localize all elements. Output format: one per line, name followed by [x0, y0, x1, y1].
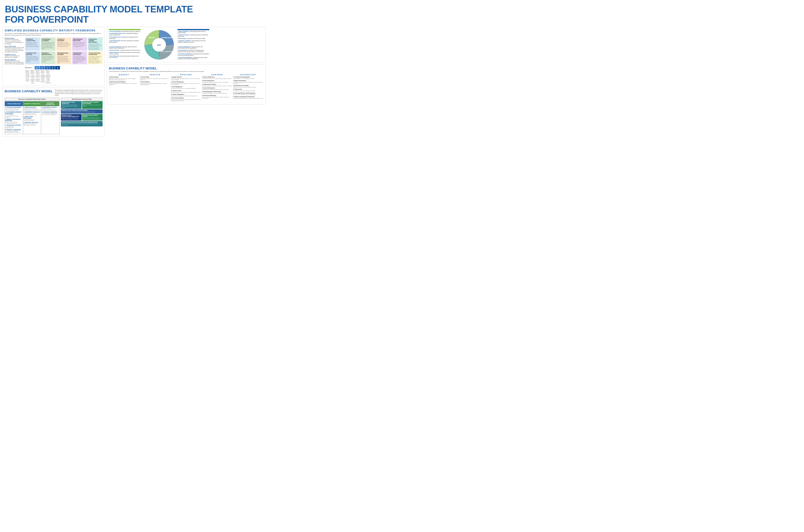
process-map-title: Brief Business Process Map — [61, 98, 102, 101]
procure-header: PROCURE — [171, 74, 201, 76]
framework-stages: STRATEGIC JUSTIFICATION In this section,… — [25, 38, 102, 84]
partner-header: PARTNER — [202, 74, 232, 76]
title-line2: for PowerPoint — [5, 15, 263, 25]
list-item: 7. INFORMATION TECHNOLOGY IT Infrastruct… — [24, 111, 41, 116]
svg-text:COLLABORATION: COLLABORATION — [161, 51, 173, 52]
process-stage-3: PROCESS STAGE 3 DESIGN AND DEVELOPMENT D… — [61, 109, 102, 114]
capability-columns: MARKET 1. Market Analysis: Assessing mar… — [109, 74, 263, 102]
list-item: Identifying Gaps: Pinpoints essential el… — [5, 38, 24, 44]
list-item: 2. Product Innovation: Creating new prod… — [177, 34, 209, 37]
list-item: 3. Collaborative Innovation: Working wit… — [202, 84, 232, 87]
list-item: 5. Technology Research and Development: … — [233, 93, 263, 95]
list-item: 1. Process Optimization: Streamlining op… — [109, 31, 141, 32]
left-column: SIMPLIFIED BUSINESS CAPABILITY MATURITY … — [2, 27, 105, 136]
bcm-right-section: BUSINESS CAPABILITY MODEL These tiles pr… — [107, 64, 265, 105]
list-item: 2. CUSTOMER RELATIONSHIP MANAGEMENT Cust… — [5, 111, 22, 118]
procure-col: PROCURE 1. Supplier Selection: Identifyi… — [171, 74, 201, 102]
technology-col: TECHNOLOGY 1. IT Infrastructure Manageme… — [233, 74, 263, 102]
maturity-label: MATURITY → — [25, 67, 34, 69]
list-item: 6. Software and Application Development:… — [233, 96, 263, 99]
partner-col: PARTNER 1. Partner Identification: Findi… — [202, 74, 232, 102]
list-item: 4. Cybersecurity: Protecting information… — [233, 89, 263, 91]
stage-box: CAPABILITY BLUEPRINT In this section, pr… — [56, 38, 71, 51]
col-header-enabling: ENABLING CAPABILITIES — [41, 101, 59, 106]
list-item: 2. Partner Networks: Building and mainta… — [177, 50, 209, 53]
list-item: 2. Digital Transformation: Leveraging te… — [233, 80, 263, 84]
list-item: 4. Inventory Control: Maintaining optima… — [171, 90, 201, 93]
list-item: 10. INNOVATION & GROWTH New Market Explo… — [42, 107, 59, 111]
list-item: 3. Financial Resources: Allocating and m… — [109, 37, 141, 39]
list-item: 3. PRODUCT AND SERVICES INNOVATION Resea… — [5, 119, 22, 125]
means-bar — [109, 29, 141, 30]
list-item: 4. Brand Reputation: Enhancing the publi… — [109, 56, 141, 58]
stage-box: CAPABILITY GAP ANALYSIS In this section,… — [25, 51, 40, 64]
knowledge-bar — [177, 29, 209, 30]
page-title: BUSINESS CAPABILITY MODEL TEMPLATE for P… — [5, 4, 263, 25]
list-item: 1. Internal Collaboration: Fostering tea… — [177, 46, 209, 49]
list-item: 2. Service Delivery: Implementing and ma… — [140, 81, 170, 85]
framework-diagram: 1. Process Optimization: Streamlining op… — [109, 29, 263, 61]
stage-box: IMPLEMENTATION ROADMAP In this section, … — [56, 51, 71, 64]
list-item: 5. Logistics Management: Planning and co… — [171, 94, 201, 96]
right-framework-section: 1. Process Optimization: Streamlining op… — [107, 27, 265, 63]
stages-row-1: STRATEGIC JUSTIFICATION In this section,… — [25, 38, 102, 51]
stage-box: STRATEGIC JUSTIFICATION In this section,… — [25, 38, 40, 51]
svg-text:KNOWLEDGE: KNOWLEDGE — [161, 37, 173, 38]
bcm-right-desc: These tiles provide a comprehensive over… — [109, 71, 263, 72]
market-header: MARKET — [109, 74, 139, 76]
svg-text:MEANS: MEANS — [149, 37, 155, 38]
list-item: 1. Partner Identification: Finding poten… — [202, 76, 232, 79]
support-items: 6. HUMAN RESOURCES Talent Acquisition an… — [23, 106, 41, 127]
maturity-bar: MATURITY → 1 2 3 4 — [25, 66, 102, 70]
stage-box: OPTIMIZATION STRATEGIES In this section,… — [72, 51, 87, 64]
process-stage-1: PROCESS STAGE 1 IDEA GENERATION Collect … — [61, 101, 81, 109]
process-row-3: PROCESS STAGE 4 PRODUCTION/IMPLEMENTATIO… — [61, 114, 102, 120]
right-column: 1. Process Optimization: Streamlining op… — [107, 27, 265, 136]
list-item: 3. Community Engagement: Interacting wit… — [177, 53, 209, 56]
list-item: 1. Market Analysis: Assessing market tre… — [109, 76, 139, 80]
list-item: 2. Partner Management: Nurturing relatio… — [202, 80, 232, 83]
core-capabilities-col: CORE CAPABILITIES 1. STRATEGIC MANAGEMEN… — [5, 101, 23, 134]
fd-right-knowledge: 1. Market Intelligence: Understanding ma… — [177, 29, 209, 61]
list-item: 1. Service Design: Crafting services tha… — [140, 76, 170, 80]
list-item: 4. Regulatory Compliance: Keeping abreas… — [177, 40, 209, 43]
list-item: 3. Data Analytics: Using data to inform … — [177, 38, 209, 39]
stage-box: FUTURE-PROOFING APPROACHES In this secti… — [88, 51, 102, 64]
map-outline-title: Business Capability Model Map Outline — [5, 98, 59, 101]
technology-header: TECHNOLOGY — [233, 74, 263, 76]
svg-text:ENDS: ENDS — [157, 44, 161, 46]
enabling-capabilities-col: ENABLING CAPABILITIES 10. INNOVATION & G… — [41, 101, 59, 134]
main-content: SIMPLIFIED BUSINESS CAPABILITY MATURITY … — [0, 27, 268, 139]
col-header-support: SUPPORT CAPABILITIES — [23, 101, 41, 106]
maturity-step-4: 4 — [50, 66, 55, 70]
maturity-step-3: 3 — [45, 66, 50, 70]
framework-section: SIMPLIFIED BUSINESS CAPABILITY MATURITY … — [2, 27, 105, 86]
process-map: Brief Business Process Map PROCESS STAGE… — [61, 98, 102, 134]
bcm-right-title: BUSINESS CAPABILITY MODEL — [109, 66, 263, 70]
list-item: 1. Market Intelligence: Understanding ma… — [177, 31, 209, 34]
map-cols: CORE CAPABILITIES 1. STRATEGIC MANAGEMEN… — [5, 101, 59, 134]
process-stage-6: PROCESS STAGE 6 POST-LAUNCH REVIEW AND I… — [61, 121, 102, 127]
list-item: 5. Risk Management in Partnerships: Iden… — [202, 91, 232, 94]
process-row-2: PROCESS STAGE 3 DESIGN AND DEVELOPMENT D… — [61, 109, 102, 114]
list-item: 9. MARKETING AND SALES Market Research a… — [24, 122, 41, 126]
list-item: 3. Order Management: Handling orders eff… — [171, 86, 201, 89]
list-item: 11. ENABLING CAPABILITIES Environmental … — [42, 111, 59, 116]
process-stage-5: PROCESS STAGE 5 MARKET LAUNCH Execute ma… — [82, 114, 103, 120]
service-header: SERVICE — [140, 74, 170, 76]
support-capabilities-col: SUPPORT CAPABILITIES 6. HUMAN RESOURCES … — [23, 101, 41, 134]
list-item: 6. Performance Monitoring: Assessing the… — [202, 95, 232, 99]
list-item: 6. Procurement Strategy: Setting the ove… — [171, 97, 201, 101]
stage-box: PERFORMANCE INDICATORS In this section, … — [72, 38, 87, 51]
bcm-section: BUSINESS CAPABILITY MODEL This Business … — [2, 87, 105, 136]
list-item: 1. STRATEGIC MANAGEMENT Vision and Strat… — [5, 107, 22, 111]
core-items: 1. STRATEGIC MANAGEMENT Vision and Strat… — [5, 106, 23, 134]
title-line1: BUSINESS CAPABILITY MODEL TEMPLATE — [5, 4, 263, 15]
process-stage-4: PROCESS STAGE 4 PRODUCTION/IMPLEMENTATIO… — [61, 114, 81, 120]
process-row-1: PROCESS STAGE 1 IDEA GENERATION Collect … — [61, 101, 102, 109]
fd-center-diagram: MEANS KNOWLEDGE ENDS COLLABORATION — [142, 29, 176, 61]
stages-row-2: CAPABILITY GAP ANALYSIS In this section,… — [25, 51, 102, 64]
maturity-items: Identifying Gaps: Pinpoints essential el… — [5, 38, 24, 84]
list-item: 1. IT Infrastructure Management: Ensurin… — [233, 76, 263, 79]
process-stage-2: PROCESS STAGE 2 CONCEPT DEVELOPMENT Defi… — [82, 101, 103, 109]
